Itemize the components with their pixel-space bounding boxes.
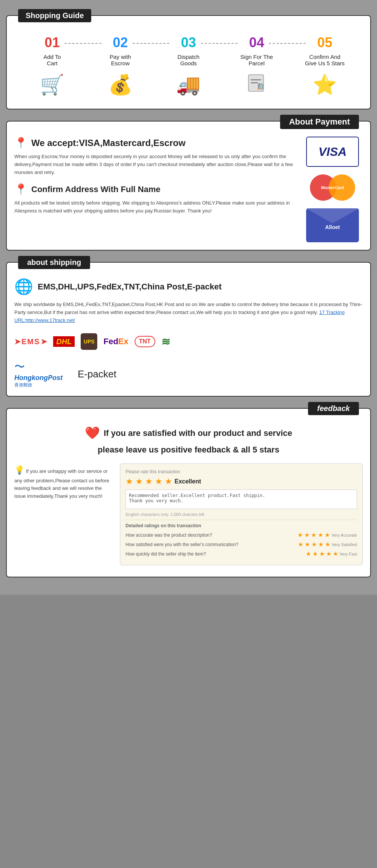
- step-5-icon: ⭐: [313, 73, 337, 96]
- rating-label-1: Very Accurate: [331, 533, 357, 537]
- fedex-logo: FedEx: [103, 337, 128, 346]
- step-5-number: 05: [317, 35, 333, 51]
- hkpost-logo: 〜 HongkongPost 香港郵政: [14, 360, 63, 388]
- mc-text: MasterCard: [321, 185, 344, 190]
- feedback-widget: Please rate this transaction ★ ★ ★ ★ ★ E…: [120, 463, 363, 565]
- rating-row-3: How quickly did the seller ship the item…: [126, 550, 357, 557]
- step-3: 03 DispatchGoods 🚚: [158, 35, 219, 96]
- payment-accept-title: 📍 We accept:VISA,Mastercard,Escrow: [14, 137, 295, 149]
- epacket-label: E-packet: [78, 368, 116, 380]
- step-1-number: 01: [44, 35, 60, 51]
- rating-right-2: ★ ★ ★ ★ ★ Very Satisfied: [298, 541, 357, 548]
- star-3: ★: [145, 477, 153, 486]
- ups-logo: UPS: [81, 333, 97, 350]
- feedback-bottom: 💡 If you are unhappy with our service or…: [14, 463, 363, 565]
- payment-address-desc: All products will be tested strictly bef…: [14, 199, 295, 215]
- rating-row-2: How satisfied were you with the seller's…: [126, 541, 357, 548]
- step-1-icon: 🛒: [40, 73, 64, 96]
- unhappy-icon: 💡: [14, 465, 25, 475]
- payment-right: VISA MasterCard Alloet: [302, 137, 363, 242]
- pin-icon: 📍: [14, 137, 28, 149]
- step-4-label: Sign For TheParcel: [241, 54, 273, 66]
- rating-right-1: ★ ★ ★ ★ ★ Very Accurate: [297, 531, 357, 539]
- courier-logos: ➤ EMS ➤ DHL UPS FedEx TNT ≋: [14, 329, 363, 354]
- feedback-left-text: 💡 If you are unhappy with our service or…: [14, 463, 112, 565]
- feedback-textarea[interactable]: Recommended seller.Excellent product.Fas…: [126, 489, 357, 509]
- dhl-logo: DHL: [53, 337, 75, 346]
- svg-rect-1: [251, 79, 261, 80]
- star-5: ★: [165, 477, 172, 486]
- visa-card: VISA: [306, 137, 359, 167]
- rating-question-2: How satisfied were you with the seller's…: [126, 542, 238, 547]
- tnt-logo: TNT: [135, 336, 155, 347]
- excellent-label: Excellent: [175, 478, 201, 485]
- payment-left: 📍 We accept:VISA,Mastercard,Escrow When …: [14, 137, 295, 242]
- ems-logo: ➤ EMS ➤: [14, 337, 47, 346]
- feedback-header: feedback: [308, 402, 359, 415]
- step-3-label: DispatchGoods: [178, 54, 199, 66]
- rating-question-3: How quickly did the seller ship the item…: [126, 551, 206, 557]
- star-1: ★: [126, 477, 133, 486]
- alloet-text: Alloet: [325, 224, 340, 230]
- step-4-icon: [247, 73, 267, 97]
- globe-icon: 🌐: [14, 278, 33, 295]
- step-2-number: 02: [113, 35, 128, 51]
- step-5-label: Confirm AndGive Us 5 Stars: [305, 54, 345, 66]
- visa-logo: VISA: [319, 145, 347, 159]
- rate-label: Please rate this transaction: [126, 469, 357, 474]
- shipping-title: 🌐 EMS,DHL,UPS,FedEx,TNT,China Post,E-pac…: [14, 278, 363, 295]
- rating-question-1: How accurate was the product description…: [126, 532, 212, 538]
- alloet-card: Alloet: [306, 208, 359, 242]
- star-2: ★: [135, 477, 143, 486]
- payment-accept-desc: When using Escrow,Your money is deposite…: [14, 153, 295, 176]
- mastercard-card: MasterCard: [306, 171, 359, 205]
- step-3-icon: 🚚: [176, 73, 201, 96]
- step-2-icon: 💰: [108, 73, 133, 96]
- shipping-header: about shipping: [18, 256, 90, 269]
- shipping-title-text: EMS,DHL,UPS,FedEx,TNT,China Post,E-packe…: [38, 282, 222, 292]
- rating-right-3: ★ ★ ★ ★ ★ Very Fast: [306, 550, 357, 557]
- step-4: 04 Sign For TheParcel: [226, 35, 287, 97]
- steps-row: 01 Add ToCart 🛒 02 Pay withEscrow 💰 03 D…: [14, 23, 363, 101]
- heart-icon: ❤️: [85, 424, 100, 442]
- stars-row: ★ ★ ★ ★ ★ Excellent: [126, 477, 357, 486]
- shopping-guide-header: Shopping Guide: [18, 9, 91, 22]
- hkpost-row: 〜 HongkongPost 香港郵政 E-packet: [14, 360, 363, 388]
- shipping-desc: We ship worldwide by EMS,DHL,FedEx,TNT,E…: [14, 301, 363, 324]
- step-4-number: 04: [249, 35, 264, 51]
- step-1: 01 Add ToCart 🛒: [21, 35, 83, 96]
- step-5: 05 Confirm AndGive Us 5 Stars ⭐: [294, 35, 356, 96]
- step-2-label: Pay withEscrow: [110, 54, 131, 66]
- step-1-label: Add ToCart: [43, 54, 61, 66]
- payment-address-title: 📍 Confirm Address With Full Name: [14, 183, 295, 195]
- detailed-ratings-title: Detailed ratings on this transaction: [126, 520, 357, 528]
- about-payment-header: About Payment: [280, 115, 359, 129]
- sf-logo: ≋: [161, 336, 170, 348]
- rating-label-2: Very Satisfied: [332, 542, 357, 547]
- step-2: 02 Pay withEscrow 💰: [90, 35, 151, 96]
- pin-icon-2: 📍: [14, 183, 28, 195]
- feedback-main-text: ❤️ If you are satisfied with our product…: [14, 424, 363, 456]
- rating-label-3: Very Fast: [340, 552, 357, 556]
- star-4: ★: [155, 477, 162, 486]
- envelope-flap: [306, 208, 359, 223]
- rating-row-1: How accurate was the product description…: [126, 531, 357, 539]
- payment-content: 📍 We accept:VISA,Mastercard,Escrow When …: [14, 129, 363, 242]
- char-limit: English characters only. 1,000 charctes …: [126, 512, 357, 517]
- step-3-number: 03: [181, 35, 196, 51]
- svg-rect-2: [251, 82, 258, 83]
